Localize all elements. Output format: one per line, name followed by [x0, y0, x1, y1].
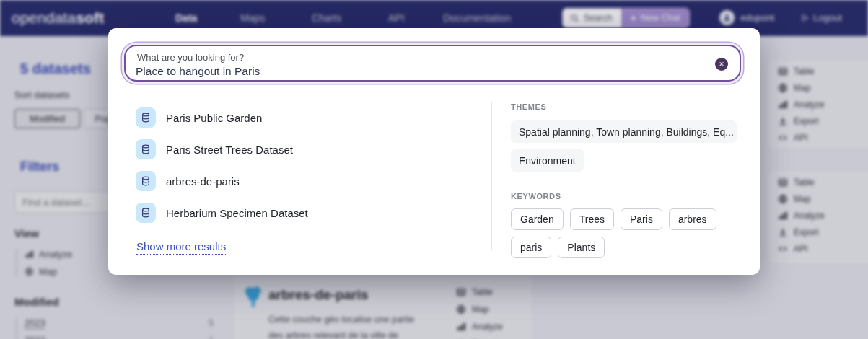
show-more-results-link[interactable]: Show more results — [136, 240, 226, 255]
result-label: Paris Street Trees Dataset — [166, 144, 293, 156]
dataset-icon-badge — [136, 139, 156, 159]
keyword-chip-garden[interactable]: Garden — [511, 208, 564, 230]
page: opendatasoft Data Maps Charts API Docume… — [0, 0, 868, 339]
keyword-chip-paris-lower[interactable]: paris — [511, 237, 551, 258]
result-item-paris-street-trees[interactable]: Paris Street Trees Dataset — [136, 139, 293, 159]
keyword-chip-paris[interactable]: Paris — [621, 208, 662, 230]
theme-chip-environment[interactable]: Environment — [511, 149, 584, 172]
result-item-paris-public-garden[interactable]: Paris Public Garden — [136, 107, 262, 128]
clear-search-button[interactable]: ✕ — [715, 58, 728, 71]
search-modal: What are you looking for? ✕ Paris Public… — [108, 28, 760, 275]
keyword-chip-arbres[interactable]: arbres — [669, 208, 716, 230]
keyword-chip-trees[interactable]: Trees — [570, 208, 614, 230]
result-label: Herbarium Specimen Dataset — [166, 207, 308, 219]
result-item-herbarium-specimen[interactable]: Herbarium Specimen Dataset — [136, 203, 308, 223]
result-label: arbres-de-paris — [166, 175, 240, 188]
dataset-icon-badge — [136, 107, 156, 128]
result-label: Paris Public Garden — [166, 112, 262, 124]
result-item-arbres-de-paris[interactable]: arbres-de-paris — [136, 171, 240, 191]
keywords-list: Garden Trees Paris arbres paris Plants — [511, 208, 743, 258]
search-field-label: What are you looking for? — [137, 52, 244, 63]
close-icon: ✕ — [719, 61, 724, 68]
search-input[interactable] — [136, 65, 698, 78]
keyword-chip-plants[interactable]: Plants — [558, 237, 605, 258]
keywords-section-label: KEYWORDS — [511, 192, 561, 201]
dataset-icon-badge — [136, 203, 156, 223]
dataset-icon-badge — [136, 171, 156, 191]
theme-chip-spatial-planning[interactable]: Spatial planning, Town planning, Buildin… — [511, 120, 737, 143]
modal-divider — [491, 102, 492, 250]
themes-section-label: THEMES — [511, 102, 546, 111]
modal-search-field[interactable]: What are you looking for? ✕ — [124, 45, 741, 82]
